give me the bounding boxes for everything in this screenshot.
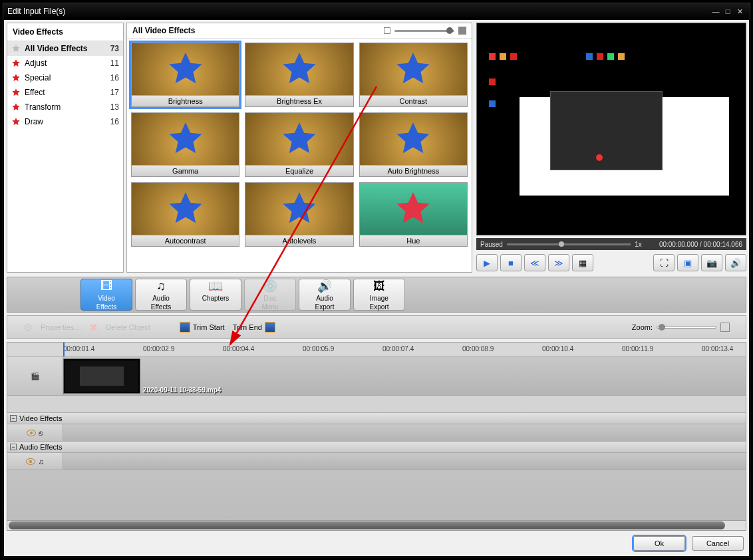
fit-button[interactable]: ▣ [677,254,698,271]
effect-contrast[interactable]: Contrast [359,43,468,107]
category-list: Video Effects All Video Effects73Adjust1… [7,23,124,273]
video-effects-section[interactable]: −Video Effects [7,413,746,424]
crop-button[interactable]: ⛶ [653,254,675,271]
snapshot-button[interactable]: 📷 [701,254,722,271]
video-clip[interactable] [63,358,140,394]
audio-effects-track[interactable] [63,453,746,470]
category-item-draw[interactable]: Draw16 [7,114,123,129]
ruler-tick: 00:00:05.9 [303,345,334,352]
playback-speed: 1x [635,241,642,248]
category-header: Video Effects [7,23,123,41]
stop-button[interactable]: ■ [500,254,522,271]
time-ruler[interactable]: 00:00:01.400:00:02.900:00:04.400:00:05.9… [7,343,746,357]
time-total: 00:00:14.066 [704,241,742,248]
mode-image-export[interactable]: 🖼ImageExport [353,279,405,311]
category-item-special[interactable]: Special16 [7,70,123,85]
thumb-size-slider[interactable] [394,30,454,32]
effects-panel: Video Effects All Video Effects73Adjust1… [7,23,472,273]
timeline: 00:00:01.400:00:02.900:00:04.400:00:05.9… [7,342,746,528]
next-frame-button[interactable]: ≫ [548,254,569,271]
video-effects-track[interactable] [63,424,746,441]
titlebar: Edit Input File(s) — □ ✕ [3,3,750,19]
playhead[interactable] [63,343,65,356]
edit-window: Edit Input File(s) — □ ✕ Video Effects A… [3,3,750,557]
trim-start-button[interactable]: Trim Start [180,322,225,333]
video-track-header: 🎬 [7,357,63,395]
category-item-all-video-effects[interactable]: All Video Effects73 [7,41,123,56]
thumb-small-icon[interactable] [384,27,390,34]
horizontal-scrollbar[interactable] [7,520,746,531]
playback-bar: Paused 1x 00:00:00.000 / 00:00:14.066 [476,238,746,250]
eye-icon[interactable] [27,430,36,436]
properties-button: Properties… [41,323,81,331]
video-track[interactable]: 2020-09-11 10-38-59.mp4 [63,357,746,395]
ok-button[interactable]: Ok [633,536,685,551]
zoom-label: Zoom: [632,323,653,331]
zoom-fit-icon[interactable] [720,323,730,332]
ruler-tick: 00:00:13.4 [702,345,733,352]
effects-body: BrightnessBrightness ExContrastGammaEqua… [127,39,472,272]
transport-controls: ▶ ■ ≪ ≫ ▦ ⛶ ▣ 📷 🔊 [476,253,746,273]
video-effects-track-header: ⎋ [7,424,63,441]
fx-icon: ⎋ [39,429,43,437]
effect-autocontrast[interactable]: Autocontrast [131,182,239,247]
preview-video[interactable] [476,23,746,235]
window-title: Edit Input File(s) [7,7,65,16]
effect-brightness-ex[interactable]: Brightness Ex [245,43,353,107]
audio-effects-section[interactable]: −Audio Effects [7,442,746,453]
trim-end-icon [265,322,275,333]
ruler-tick: 00:00:02.9 [143,345,174,352]
tool-row: ⚙ Properties… ✖ Delete Object Trim Start… [7,315,746,339]
zoom-slider[interactable] [657,326,716,329]
mode-bar: 🎞VideoEffects♫AudioEffects📖Chapters 💿Dis… [7,277,746,313]
seek-slider[interactable] [507,243,631,245]
effect-gamma[interactable]: Gamma [131,112,239,177]
ruler-tick: 00:00:11.9 [622,345,653,352]
collapse-icon[interactable]: − [10,444,17,450]
content-area: Video Effects All Video Effects73Adjust1… [3,19,750,557]
mode-disc-menu: 💿DiscMenu [244,279,296,311]
note-icon: ♫ [38,458,43,466]
effects-header-row: All Video Effects [127,23,472,39]
clapperboard-icon: 🎬 [31,372,40,380]
maximize-button[interactable]: □ [722,7,734,15]
delete-object-button: Delete Object [106,323,150,331]
preview-pane: Paused 1x 00:00:00.000 / 00:00:14.066 ▶ … [476,23,746,273]
mode-chapters[interactable]: 📖Chapters [190,279,241,311]
effect-hue[interactable]: Hue [359,182,468,247]
clip-filename: 2020-09-11 10-38-59.mp4 [143,386,221,394]
playback-status: Paused [480,241,503,248]
ruler-tick: 00:00:08.9 [462,345,494,352]
mode-audio-effects[interactable]: ♫AudioEffects [135,279,187,311]
ruler-tick: 00:00:10.4 [542,345,573,352]
delete-icon: ✖ [89,321,98,334]
mode-audio-export[interactable]: 🔊AudioExport [299,279,351,311]
close-button[interactable]: ✕ [734,7,746,16]
volume-button[interactable]: 🔊 [725,254,746,271]
category-item-effect[interactable]: Effect17 [7,85,123,100]
prev-frame-button[interactable]: ≪ [524,254,545,271]
ruler-tick: 00:00:01.4 [63,345,94,352]
trim-start-icon [180,322,190,333]
minimize-button[interactable]: — [710,7,722,15]
effects-header: All Video Effects [132,26,195,35]
audio-effects-track-header: ♫ [7,453,63,470]
effect-brightness[interactable]: Brightness [131,43,239,107]
effect-autolevels[interactable]: Autolevels [245,182,353,247]
thumb-large-icon[interactable] [458,27,466,35]
trim-end-button[interactable]: Trim End [233,322,275,333]
upper-panels: Video Effects All Video Effects73Adjust1… [7,23,746,273]
ruler-tick: 00:00:04.4 [223,345,254,352]
category-item-adjust[interactable]: Adjust11 [7,56,123,70]
dialog-buttons: Ok Cancel [633,533,744,553]
effect-auto-brightness[interactable]: Auto Brightness [359,112,468,177]
film-button[interactable]: ▦ [572,254,593,271]
play-button[interactable]: ▶ [476,254,498,271]
collapse-icon[interactable]: − [10,415,17,422]
mode-video-effects[interactable]: 🎞VideoEffects [80,279,132,311]
effect-equalize[interactable]: Equalize [245,112,353,177]
cancel-button[interactable]: Cancel [692,536,744,551]
time-current: 00:00:00.000 [659,241,698,248]
eye-icon[interactable] [26,458,35,465]
category-item-transform[interactable]: Transform13 [7,100,123,114]
